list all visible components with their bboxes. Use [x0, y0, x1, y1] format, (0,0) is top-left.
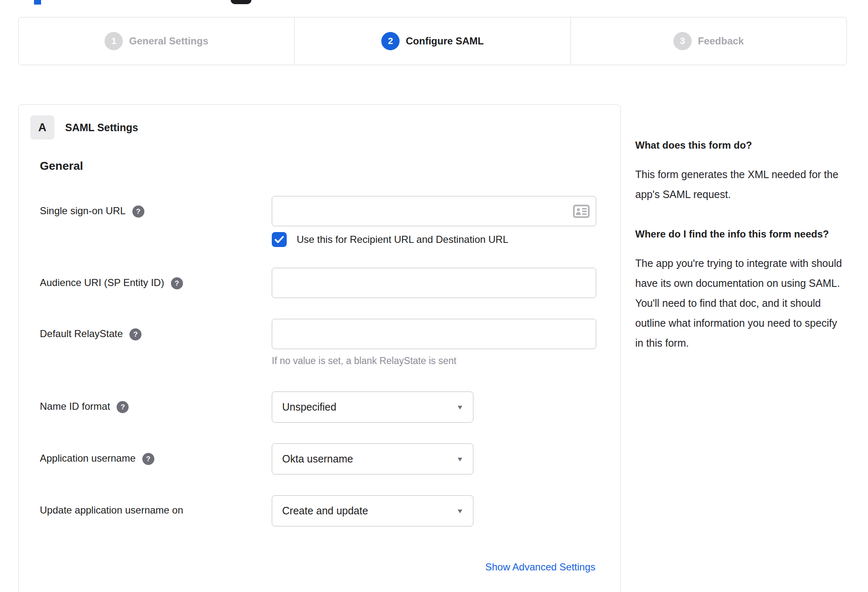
application-username-label: Application username ?: [40, 443, 272, 475]
update-application-username-value: Create and update: [282, 505, 368, 517]
help-icon[interactable]: ?: [132, 205, 144, 218]
row-application-username: Application username ? Okta username ▼: [40, 443, 595, 475]
single-sign-on-url-label: Single sign-on URL ?: [40, 196, 272, 247]
step-2-number-badge: 2: [381, 32, 400, 50]
audience-uri-input[interactable]: [272, 268, 596, 298]
advanced-settings-row: Show Advanced Settings: [40, 561, 595, 573]
row-audience-uri: Audience URI (SP Entity ID) ?: [40, 268, 595, 298]
row-default-relaystate: Default RelayState ? If no value is set,…: [40, 319, 595, 367]
step-general-settings[interactable]: 1 General Settings: [19, 17, 295, 65]
step-feedback[interactable]: 3 Feedback: [571, 17, 846, 65]
lock-icon-fragment: [231, 0, 251, 4]
step-configure-saml[interactable]: 2 Configure SAML: [295, 17, 571, 65]
step-3-label: Feedback: [698, 35, 744, 47]
help-section-where: Where do I find the info this form needs…: [635, 226, 847, 353]
name-id-format-value: Unspecified: [282, 401, 336, 413]
recipient-url-checkbox[interactable]: [272, 232, 287, 247]
help-panel: What does this form do? This form genera…: [635, 137, 847, 353]
step-1-label: General Settings: [129, 35, 208, 47]
help-icon[interactable]: ?: [142, 453, 154, 465]
default-relaystate-label: Default RelayState ?: [40, 319, 272, 367]
help-section-what: What does this form do? This form genera…: [635, 137, 847, 204]
saml-form: Single sign-on URL ?: [40, 196, 595, 592]
help-icon[interactable]: ?: [129, 328, 141, 340]
row-name-id-format: Name ID format ? Unspecified ▼: [40, 391, 595, 423]
help-icon[interactable]: ?: [117, 401, 129, 413]
show-advanced-settings-link[interactable]: Show Advanced Settings: [485, 561, 595, 572]
saml-settings-panel: A SAML Settings General Single sign-on U…: [18, 104, 621, 592]
chevron-down-icon: ▼: [456, 404, 464, 411]
row-single-sign-on-url: Single sign-on URL ?: [40, 196, 595, 247]
section-a-badge: A: [30, 115, 54, 139]
recipient-url-checkbox-row: Use this for Recipient URL and Destinati…: [272, 232, 596, 247]
help-heading-where: Where do I find the info this form needs…: [635, 226, 847, 242]
chevron-down-icon: ▼: [456, 455, 464, 462]
help-icon[interactable]: ?: [171, 277, 183, 289]
update-application-username-label: Update application username on: [40, 495, 272, 526]
application-username-select[interactable]: Okta username ▼: [272, 443, 473, 475]
help-heading-what: What does this form do?: [635, 137, 847, 154]
wizard-stepper: 1 General Settings 2 Configure SAML 3 Fe…: [18, 17, 847, 65]
update-application-username-select[interactable]: Create and update ▼: [272, 495, 473, 526]
step-3-number-badge: 3: [673, 32, 692, 50]
application-username-value: Okta username: [282, 453, 353, 465]
contact-card-icon[interactable]: [573, 204, 590, 220]
help-body-where: The app you're trying to integrate with …: [635, 253, 847, 353]
default-relaystate-input[interactable]: [272, 319, 596, 349]
relaystate-helper-text: If no value is set, a blank RelayState i…: [272, 355, 596, 367]
name-id-format-label: Name ID format ?: [40, 391, 272, 423]
general-group-heading: General: [40, 159, 595, 173]
row-update-application-username: Update application username on Create an…: [40, 495, 595, 526]
recipient-url-checkbox-label: Use this for Recipient URL and Destinati…: [297, 234, 508, 245]
panel-title: SAML Settings: [65, 122, 138, 134]
help-body-what: This form generates the XML needed for t…: [635, 164, 847, 204]
single-sign-on-url-input[interactable]: [272, 196, 596, 226]
panel-header: A SAML Settings: [30, 115, 595, 139]
audience-uri-label: Audience URI (SP Entity ID) ?: [40, 268, 272, 298]
logo-fragment-icon: [34, 0, 41, 5]
chevron-down-icon: ▼: [456, 507, 464, 514]
step-2-label: Configure SAML: [406, 35, 484, 47]
name-id-format-select[interactable]: Unspecified ▼: [272, 391, 473, 423]
step-1-number-badge: 1: [105, 32, 123, 50]
